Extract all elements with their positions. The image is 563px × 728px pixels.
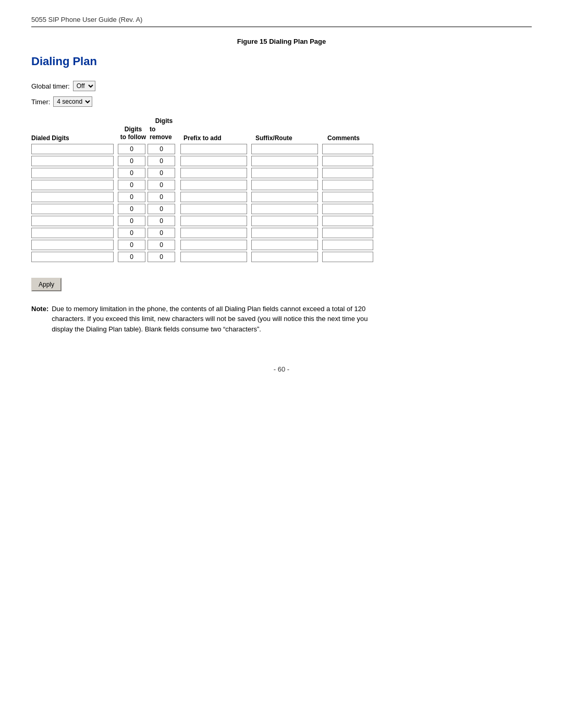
prefix-input-9[interactable] [180,240,247,250]
dialed-digits-input-1[interactable] [31,144,114,154]
table-row [31,180,532,190]
digits-remove-input-5[interactable] [148,192,175,202]
suffix-input-4[interactable] [251,180,318,190]
timer-row: Timer: 4 second 2 second 6 second 8 seco… [31,96,532,107]
dialed-digits-input-7[interactable] [31,216,114,226]
timer-select[interactable]: 4 second 2 second 6 second 8 second [53,96,92,107]
col-header-remove: Digits to remove [150,117,178,142]
digits-remove-input-10[interactable] [148,252,175,262]
digits-remove-input-6[interactable] [148,204,175,214]
prefix-input-3[interactable] [180,168,247,178]
prefix-input-2[interactable] [180,156,247,166]
table-row [31,156,532,166]
digits-remove-input-4[interactable] [148,180,175,190]
comments-input-3[interactable] [322,168,373,178]
col-header-dialed: Dialed Digits [31,134,115,142]
digits-follow-input-5[interactable] [118,192,145,202]
page-footer: - 60 - [31,365,532,373]
table-row [31,168,532,178]
digits-follow-input-1[interactable] [118,144,145,154]
comments-input-7[interactable] [322,216,373,226]
comments-input-2[interactable] [322,156,373,166]
suffix-input-1[interactable] [251,144,318,154]
comments-input-8[interactable] [322,228,373,238]
digits-follow-input-10[interactable] [118,252,145,262]
figure-caption: Figure 15 Dialing Plan Page [31,38,532,45]
comments-input-1[interactable] [322,144,373,154]
suffix-input-5[interactable] [251,192,318,202]
dialed-digits-input-6[interactable] [31,204,114,214]
col-header-suffix: Suffix/Route [255,134,323,142]
suffix-input-10[interactable] [251,252,318,262]
col-header-follow: Digits to follow [119,126,148,142]
digits-follow-input-8[interactable] [118,228,145,238]
digits-remove-input-2[interactable] [148,156,175,166]
prefix-input-8[interactable] [180,228,247,238]
note-label: Note: [31,304,48,314]
table-row [31,240,532,250]
digits-remove-input-1[interactable] [148,144,175,154]
comments-input-4[interactable] [322,180,373,190]
comments-input-10[interactable] [322,252,373,262]
note-section: Note: Due to memory limitation in the ph… [31,304,386,335]
table-row [31,192,532,202]
table-row [31,216,532,226]
page-header: 5055 SIP Phone User Guide (Rev. A) [31,16,532,27]
prefix-input-5[interactable] [180,192,247,202]
global-timer-label: Global timer: [31,82,70,90]
prefix-input-6[interactable] [180,204,247,214]
dialing-plan-table: Dialed Digits Digits to follow Digits to… [31,117,532,262]
global-timer-select[interactable]: Off On [73,81,95,91]
col-header-prefix: Prefix to add [183,134,251,142]
suffix-input-7[interactable] [251,216,318,226]
digits-remove-input-3[interactable] [148,168,175,178]
table-row [31,228,532,238]
dialed-digits-input-9[interactable] [31,240,114,250]
prefix-input-1[interactable] [180,144,247,154]
dialed-digits-input-5[interactable] [31,192,114,202]
table-row [31,252,532,262]
col-header-comments: Comments [327,134,380,142]
table-headers: Dialed Digits Digits to follow Digits to… [31,117,532,142]
suffix-input-9[interactable] [251,240,318,250]
timer-label: Timer: [31,98,50,106]
dialed-digits-input-10[interactable] [31,252,114,262]
table-row [31,204,532,214]
prefix-input-10[interactable] [180,252,247,262]
suffix-input-3[interactable] [251,168,318,178]
digits-remove-input-9[interactable] [148,240,175,250]
apply-button[interactable]: Apply [31,278,62,291]
digits-follow-input-6[interactable] [118,204,145,214]
table-row [31,144,532,154]
prefix-input-4[interactable] [180,180,247,190]
page-number: - 60 - [274,365,289,373]
digits-follow-input-3[interactable] [118,168,145,178]
dialed-digits-input-2[interactable] [31,156,114,166]
digits-remove-input-7[interactable] [148,216,175,226]
global-timer-row: Global timer: Off On [31,81,532,91]
digits-follow-input-2[interactable] [118,156,145,166]
digits-remove-input-8[interactable] [148,228,175,238]
comments-input-5[interactable] [322,192,373,202]
prefix-input-7[interactable] [180,216,247,226]
dialed-digits-input-8[interactable] [31,228,114,238]
header-title: 5055 SIP Phone User Guide (Rev. A) [31,16,142,23]
suffix-input-8[interactable] [251,228,318,238]
suffix-input-2[interactable] [251,156,318,166]
digits-follow-input-9[interactable] [118,240,145,250]
comments-input-6[interactable] [322,204,373,214]
dialed-digits-input-4[interactable] [31,180,114,190]
digits-follow-input-4[interactable] [118,180,145,190]
page-title: Dialing Plan [31,55,532,68]
digits-follow-input-7[interactable] [118,216,145,226]
dialed-digits-input-3[interactable] [31,168,114,178]
suffix-input-6[interactable] [251,204,318,214]
note-text: Due to memory limitation in the phone, t… [52,304,386,335]
comments-input-9[interactable] [322,240,373,250]
